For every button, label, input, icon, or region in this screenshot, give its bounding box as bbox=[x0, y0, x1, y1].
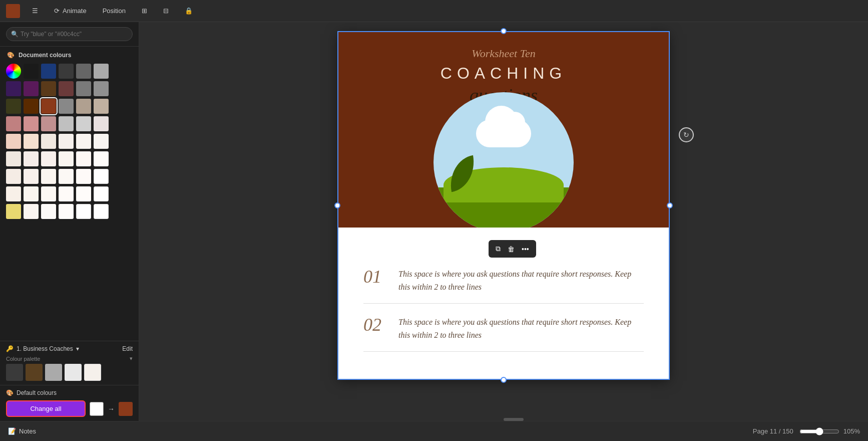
color-swatch[interactable] bbox=[94, 99, 109, 114]
h-scroll-thumb[interactable] bbox=[504, 418, 524, 421]
palette-swatch[interactable] bbox=[26, 364, 43, 381]
color-swatch[interactable] bbox=[24, 186, 39, 201]
color-swatch[interactable] bbox=[24, 204, 39, 219]
color-swatch[interactable] bbox=[94, 64, 109, 79]
color-swatch[interactable] bbox=[59, 169, 74, 184]
color-swatch[interactable] bbox=[24, 151, 39, 166]
brand-name: 1. Business Coaches bbox=[17, 345, 73, 352]
color-swatch[interactable] bbox=[94, 116, 109, 131]
color-swatch[interactable] bbox=[94, 169, 109, 184]
rotate-handle[interactable]: ↻ bbox=[679, 127, 694, 142]
color-swatch[interactable] bbox=[59, 134, 74, 149]
palette-swatch[interactable] bbox=[84, 364, 101, 381]
palette-swatch[interactable] bbox=[65, 364, 82, 381]
color-swatch[interactable] bbox=[6, 151, 21, 166]
floating-toolbar: ⧉ 🗑 ••• bbox=[489, 240, 536, 258]
color-row-3 bbox=[6, 99, 133, 114]
color-swatch[interactable] bbox=[6, 204, 21, 219]
color-swatch[interactable] bbox=[24, 64, 39, 79]
color-swatch[interactable] bbox=[94, 134, 109, 149]
color-swatch[interactable] bbox=[76, 204, 91, 219]
color-swatch[interactable] bbox=[6, 99, 21, 114]
color-swatch[interactable] bbox=[24, 81, 39, 96]
color-swatch[interactable] bbox=[6, 169, 21, 184]
color-swatch[interactable] bbox=[94, 204, 109, 219]
chevron-down-icon-palette[interactable]: ▾ bbox=[130, 355, 133, 362]
color-swatch[interactable] bbox=[59, 151, 74, 166]
palette-label-text: Colour palette bbox=[6, 356, 41, 362]
color-swatch-selected[interactable] bbox=[41, 99, 56, 114]
change-all-button[interactable]: Change all bbox=[6, 400, 86, 417]
color-swatch[interactable] bbox=[76, 134, 91, 149]
color-swatch[interactable] bbox=[94, 151, 109, 166]
horizontal-scrollbar[interactable] bbox=[139, 418, 868, 421]
zoom-control: 105% bbox=[799, 427, 860, 435]
color-swatch[interactable] bbox=[6, 81, 21, 96]
color-swatch[interactable] bbox=[24, 134, 39, 149]
animate-button[interactable]: ⟳ Animate bbox=[50, 5, 91, 17]
color-swatch[interactable] bbox=[24, 169, 39, 184]
position-button[interactable]: Position bbox=[99, 5, 130, 17]
color-swatch[interactable] bbox=[41, 64, 56, 79]
color-swatch[interactable] bbox=[41, 134, 56, 149]
color-swatch[interactable] bbox=[6, 186, 21, 201]
delete-button[interactable]: 🗑 bbox=[505, 243, 518, 255]
color-swatch[interactable] bbox=[76, 64, 91, 79]
color-swatch[interactable] bbox=[24, 116, 39, 131]
search-input[interactable] bbox=[6, 27, 133, 41]
color-swatch[interactable] bbox=[41, 116, 56, 131]
align-button[interactable]: ⊟ bbox=[159, 5, 173, 17]
color-swatch[interactable] bbox=[41, 81, 56, 96]
canvas-scroll[interactable]: Worksheet Ten COACHING questions bbox=[139, 22, 868, 418]
color-swatch-toolbar[interactable] bbox=[6, 4, 20, 18]
palette-swatch[interactable] bbox=[45, 364, 62, 381]
color-swatch[interactable] bbox=[59, 64, 74, 79]
color-swatch[interactable] bbox=[94, 186, 109, 201]
from-color-swatch[interactable] bbox=[90, 402, 104, 416]
lock-button[interactable]: 🔒 bbox=[181, 5, 197, 17]
question-number-2: 02 bbox=[363, 316, 388, 341]
selection-handle-top[interactable] bbox=[501, 28, 507, 34]
notes-label: Notes bbox=[19, 427, 36, 435]
copy-button[interactable]: ⧉ bbox=[493, 243, 504, 255]
arrow-icon: → bbox=[108, 405, 115, 413]
color-swatch[interactable] bbox=[59, 116, 74, 131]
color-swatch[interactable] bbox=[94, 81, 109, 96]
grid-button[interactable]: ⊞ bbox=[138, 5, 151, 17]
question-text-2: This space is where you ask questions th… bbox=[398, 316, 644, 341]
palette-label: Colour palette ▾ bbox=[6, 355, 133, 362]
color-swatch[interactable] bbox=[76, 151, 91, 166]
color-swatch[interactable] bbox=[76, 186, 91, 201]
zoom-slider[interactable] bbox=[799, 427, 839, 435]
brand-icon: 🔑 bbox=[6, 345, 14, 352]
color-swatch[interactable] bbox=[41, 169, 56, 184]
palette-swatch[interactable] bbox=[6, 364, 23, 381]
color-swatch[interactable] bbox=[76, 81, 91, 96]
more-options-button[interactable]: ••• bbox=[519, 243, 532, 255]
notes-icon: 📝 bbox=[8, 427, 16, 435]
color-swatch[interactable] bbox=[41, 151, 56, 166]
rainbow-swatch[interactable] bbox=[6, 64, 21, 79]
notes-button[interactable]: 📝 Notes bbox=[8, 427, 36, 435]
change-all-row: Change all → bbox=[6, 400, 133, 417]
color-swatch[interactable] bbox=[59, 186, 74, 201]
edit-link[interactable]: Edit bbox=[122, 345, 133, 352]
cloud bbox=[476, 120, 531, 147]
color-swatch[interactable] bbox=[76, 169, 91, 184]
selection-handle-bottom[interactable] bbox=[501, 377, 507, 383]
color-swatch[interactable] bbox=[59, 81, 74, 96]
chevron-down-icon[interactable]: ▾ bbox=[76, 345, 79, 352]
selection-handle-right[interactable] bbox=[667, 202, 673, 208]
color-swatch[interactable] bbox=[59, 99, 74, 114]
color-swatch[interactable] bbox=[41, 186, 56, 201]
color-swatch[interactable] bbox=[76, 116, 91, 131]
selection-handle-left[interactable] bbox=[334, 202, 340, 208]
color-swatch[interactable] bbox=[59, 204, 74, 219]
color-swatch[interactable] bbox=[6, 116, 21, 131]
color-swatch[interactable] bbox=[76, 99, 91, 114]
to-color-swatch[interactable] bbox=[119, 402, 133, 416]
color-swatch[interactable] bbox=[41, 204, 56, 219]
menu-button[interactable]: ☰ bbox=[28, 5, 42, 17]
color-swatch[interactable] bbox=[6, 134, 21, 149]
color-swatch[interactable] bbox=[24, 99, 39, 114]
